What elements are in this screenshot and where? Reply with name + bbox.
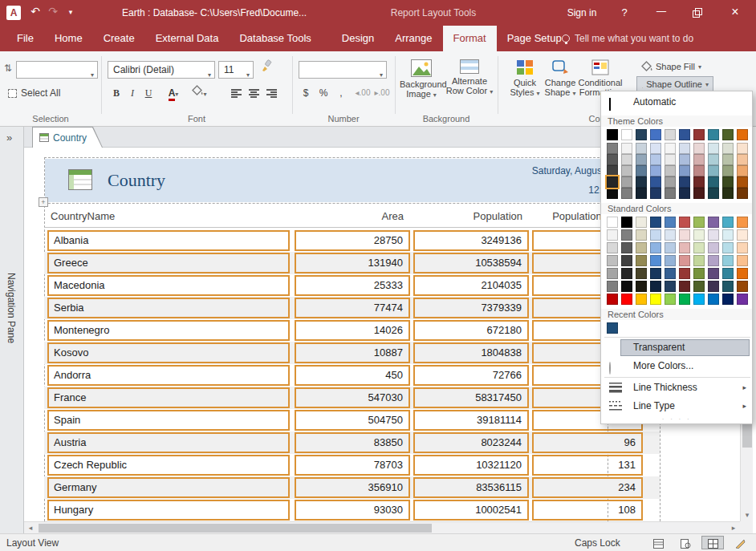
align-left-button[interactable] — [228, 87, 244, 103]
theme-variant-swatch[interactable] — [737, 154, 748, 165]
app-icon[interactable]: A — [6, 6, 21, 20]
standard-color-swatch[interactable] — [665, 229, 676, 241]
help-icon[interactable]: ? — [610, 0, 639, 26]
theme-variant-swatch[interactable] — [665, 154, 676, 165]
menu-item-transparent[interactable]: Transparent — [601, 339, 752, 356]
cell-density[interactable]: 96 — [532, 432, 643, 453]
theme-variant-swatch[interactable] — [636, 176, 647, 188]
standard-color-swatch[interactable] — [665, 268, 676, 279]
standard-color-swatch[interactable] — [621, 242, 632, 253]
column-header-population[interactable]: Population — [413, 210, 522, 222]
standard-color-swatch[interactable] — [607, 217, 618, 228]
cell-area[interactable]: 28750 — [295, 230, 410, 251]
standard-color-swatch[interactable] — [621, 268, 632, 279]
font-name-combo[interactable]: Calibri (Detail) ▾ — [108, 61, 215, 79]
theme-variant-swatch[interactable] — [693, 176, 705, 188]
theme-variant-swatch[interactable] — [636, 165, 647, 176]
standard-color-swatch[interactable] — [679, 242, 690, 253]
standard-color-swatch[interactable] — [693, 281, 705, 292]
theme-color-swatch[interactable] — [607, 129, 618, 140]
column-header-countryname[interactable]: CountryName — [51, 210, 115, 222]
document-tab-country[interactable]: Country — [32, 127, 103, 148]
theme-variant-swatch[interactable] — [679, 176, 690, 188]
number-format-combo[interactable]: ▾ — [299, 61, 387, 79]
report-date[interactable]: Saturday, Augus — [401, 165, 602, 176]
theme-color-swatch[interactable] — [636, 129, 647, 140]
theme-variant-swatch[interactable] — [708, 143, 719, 154]
standard-color-swatch[interactable] — [636, 229, 647, 241]
standard-color-swatch[interactable] — [679, 229, 690, 241]
standard-color-swatch[interactable] — [679, 255, 690, 266]
tab-arrange[interactable]: Arrange — [384, 26, 442, 51]
standard-color-swatch[interactable] — [737, 255, 748, 266]
background-color-button[interactable]: ▾ — [188, 85, 210, 101]
theme-variant-swatch[interactable] — [621, 176, 632, 188]
standard-color-swatch[interactable] — [665, 255, 676, 266]
tab-format[interactable]: Format — [443, 26, 497, 51]
standard-color-swatch[interactable] — [621, 217, 632, 228]
menu-item-line-type[interactable]: Line Type ▸ — [601, 398, 752, 415]
cell-density[interactable]: 131 — [532, 455, 643, 476]
standard-color-swatch[interactable] — [665, 217, 676, 228]
cell-population[interactable]: 10321120 — [413, 455, 529, 476]
cell-name[interactable]: Hungary — [47, 500, 290, 521]
standard-color-swatch[interactable] — [737, 294, 748, 305]
standard-color-swatch[interactable] — [693, 255, 705, 266]
standard-color-swatch[interactable] — [722, 217, 734, 228]
cell-area[interactable]: 10887 — [295, 342, 410, 363]
layout-move-handle[interactable]: + — [39, 197, 48, 207]
cell-area[interactable]: 504750 — [295, 410, 410, 431]
theme-variant-swatch[interactable] — [636, 154, 647, 165]
standard-color-swatch[interactable] — [693, 217, 705, 228]
tab-design[interactable]: Design — [331, 26, 384, 51]
align-right-button[interactable] — [263, 87, 279, 103]
theme-variant-swatch[interactable] — [607, 154, 618, 165]
font-size-combo[interactable]: 11 ▾ — [218, 61, 254, 79]
font-color-button[interactable]: A▾ — [162, 85, 185, 101]
horizontal-scrollbar[interactable]: ◂ ▸ — [24, 521, 740, 533]
format-painter-icon[interactable] — [260, 59, 273, 75]
standard-color-swatch[interactable] — [650, 217, 661, 228]
cell-name[interactable]: Spain — [47, 410, 290, 431]
cell-name[interactable]: Austria — [47, 432, 290, 453]
comma-button[interactable]: , — [334, 85, 348, 101]
bold-button[interactable]: B — [109, 85, 124, 101]
theme-variant-swatch[interactable] — [737, 143, 748, 154]
standard-color-swatch[interactable] — [708, 294, 719, 305]
standard-color-swatch[interactable] — [737, 268, 748, 279]
theme-variant-swatch[interactable] — [679, 154, 690, 165]
theme-color-swatch[interactable] — [693, 129, 705, 140]
standard-color-swatch[interactable] — [621, 229, 632, 241]
standard-color-swatch[interactable] — [621, 294, 632, 305]
theme-variant-swatch[interactable] — [636, 188, 647, 199]
standard-color-swatch[interactable] — [708, 242, 719, 253]
standard-color-swatch[interactable] — [708, 281, 719, 292]
standard-color-swatch[interactable] — [650, 229, 661, 241]
theme-variant-swatch[interactable] — [650, 154, 661, 165]
layout-view-button[interactable] — [701, 536, 724, 549]
standard-color-swatch[interactable] — [679, 281, 690, 292]
standard-color-swatch[interactable] — [722, 268, 734, 279]
cell-density[interactable]: 234 — [532, 477, 643, 498]
cell-name[interactable]: Montenegro — [47, 320, 290, 341]
theme-variant-swatch[interactable] — [679, 143, 690, 154]
theme-variant-swatch[interactable] — [665, 165, 676, 176]
theme-color-swatch[interactable] — [665, 129, 676, 140]
theme-variant-swatch[interactable] — [708, 176, 719, 188]
cell-name[interactable]: Kosovo — [47, 342, 290, 363]
theme-variant-swatch[interactable] — [722, 165, 734, 176]
tab-create[interactable]: Create — [93, 26, 145, 51]
theme-variant-swatch[interactable] — [650, 188, 661, 199]
theme-variant-swatch[interactable] — [722, 154, 734, 165]
standard-color-swatch[interactable] — [665, 281, 676, 292]
standard-color-swatch[interactable] — [607, 268, 618, 279]
underline-button[interactable]: U — [141, 85, 156, 101]
theme-variant-swatch[interactable] — [607, 165, 618, 176]
standard-color-swatch[interactable] — [650, 242, 661, 253]
align-center-button[interactable] — [246, 87, 262, 103]
standard-color-swatch[interactable] — [607, 281, 618, 292]
cell-area[interactable]: 83850 — [295, 432, 410, 453]
theme-variant-swatch[interactable] — [607, 143, 618, 154]
cell-population[interactable]: 83536115 — [413, 477, 529, 498]
standard-color-swatch[interactable] — [607, 255, 618, 266]
